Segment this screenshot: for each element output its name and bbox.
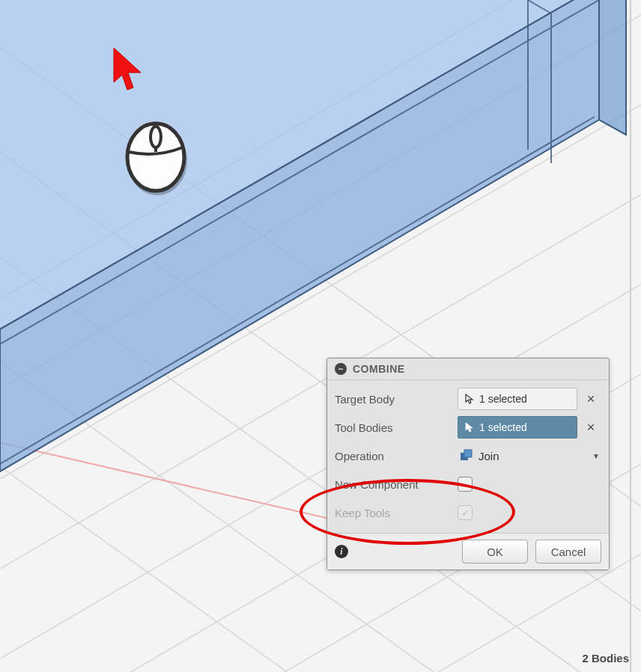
clear-tools-button[interactable]: × — [580, 420, 601, 436]
cancel-button[interactable]: Cancel — [535, 540, 601, 563]
panel-footer: i OK Cancel — [327, 533, 609, 569]
operation-dropdown[interactable]: Join ▼ — [458, 445, 601, 466]
keep-tools-row: Keep Tools ✓ — [327, 498, 609, 527]
selected-body-model[interactable] — [0, 0, 641, 672]
new-component-row: New Component — [327, 470, 609, 498]
info-icon[interactable]: i — [335, 545, 348, 558]
svg-rect-32 — [464, 450, 472, 457]
svg-marker-18 — [599, 0, 626, 135]
cad-viewport[interactable]: − COMBINE Target Body 1 selected × Tool … — [0, 0, 641, 672]
tool-bodies-row: Tool Bodies 1 selected × — [327, 413, 609, 442]
target-body-row: Target Body 1 selected × — [327, 385, 609, 413]
collapse-icon[interactable]: − — [335, 363, 347, 375]
status-bar: 2 Bodies — [582, 652, 629, 665]
target-body-selector[interactable]: 1 selected — [458, 388, 577, 410]
pointer-icon — [464, 394, 475, 404]
pointer-icon — [464, 422, 475, 433]
target-body-label: Target Body — [335, 393, 455, 406]
keep-tools-checkbox: ✓ — [458, 505, 473, 520]
tool-bodies-selector[interactable]: 1 selected — [458, 416, 577, 439]
panel-body: Target Body 1 selected × Tool Bodies 1 s… — [327, 380, 609, 533]
ok-button[interactable]: OK — [462, 540, 528, 563]
target-body-selection-text: 1 selected — [479, 393, 527, 405]
clear-target-button[interactable]: × — [580, 391, 601, 407]
operation-row: Operation Join ▼ — [327, 442, 609, 470]
panel-title: COMBINE — [353, 363, 405, 375]
tool-bodies-selection-text: 1 selected — [479, 421, 527, 433]
keep-tools-label: Keep Tools — [335, 507, 455, 519]
tool-bodies-label: Tool Bodies — [335, 421, 455, 434]
new-component-checkbox[interactable] — [458, 477, 473, 492]
combine-panel[interactable]: − COMBINE Target Body 1 selected × Tool … — [326, 358, 610, 570]
chevron-down-icon: ▼ — [592, 452, 600, 460]
operation-label: Operation — [335, 450, 455, 462]
join-icon — [459, 448, 474, 463]
operation-value: Join — [479, 450, 499, 462]
panel-header[interactable]: − COMBINE — [327, 358, 609, 380]
new-component-label: New Component — [335, 478, 455, 491]
